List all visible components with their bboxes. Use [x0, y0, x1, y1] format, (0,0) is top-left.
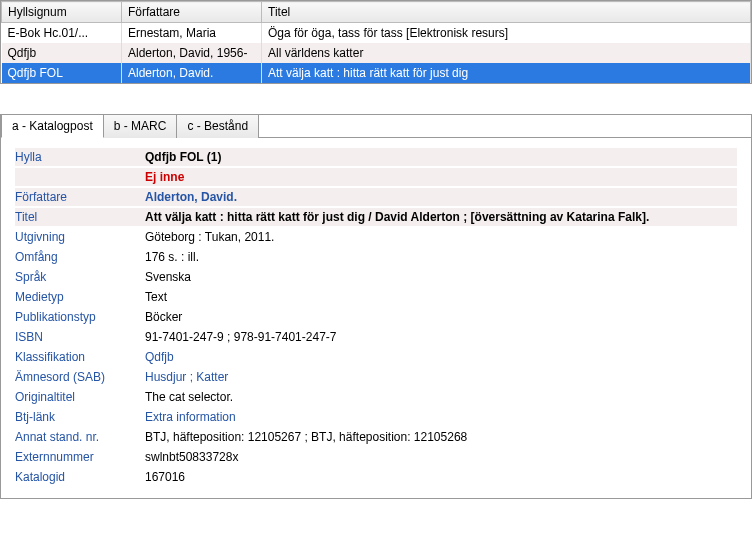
value-externnr: swlnbt50833728x — [145, 448, 737, 466]
value-isbn: 91-7401-247-9 ; 978-91-7401-247-7 — [145, 328, 737, 346]
value-amnesord[interactable]: Husdjur ; Katter — [145, 368, 737, 386]
detail-body: Hylla Qdfjb FOL (1) Ej inne Författare A… — [1, 138, 751, 498]
row-pubtyp: Publikationstyp Böcker — [15, 308, 737, 326]
results-table: Hyllsignum Författare Titel E-Bok Hc.01/… — [1, 1, 751, 83]
cell-title: Öga för öga, tass för tass [Elektronisk … — [262, 23, 751, 44]
value-hylla: Qdfjb FOL (1) — [145, 148, 737, 166]
label-amnesord: Ämnesord (SAB) — [15, 368, 145, 386]
cell-sig: Qdfjb — [2, 43, 122, 63]
label-isbn: ISBN — [15, 328, 145, 346]
label-klass: Klassifikation — [15, 348, 145, 366]
value-utgivning: Göteborg : Tukan, 2011. — [145, 228, 737, 246]
row-isbn: ISBN 91-7401-247-9 ; 978-91-7401-247-7 — [15, 328, 737, 346]
value-status: Ej inne — [145, 168, 737, 186]
row-utgivning: Utgivning Göteborg : Tukan, 2011. — [15, 228, 737, 246]
label-forfattare: Författare — [15, 188, 145, 206]
label-katalogid: Katalogid — [15, 468, 145, 486]
table-row[interactable]: E-Bok Hc.01/...Ernestam, MariaÖga för ög… — [2, 23, 751, 44]
row-klass: Klassifikation Qdfjb — [15, 348, 737, 366]
row-katalogid: Katalogid 167016 — [15, 468, 737, 486]
cell-auth: Alderton, David, 1956- — [122, 43, 262, 63]
table-row[interactable]: Qdfjb FOLAlderton, David.Att välja katt … — [2, 63, 751, 83]
row-forfattare: Författare Alderton, David. — [15, 188, 737, 206]
label-annatstd: Annat stand. nr. — [15, 428, 145, 446]
cell-sig: Qdfjb FOL — [2, 63, 122, 83]
table-row[interactable]: QdfjbAlderton, David, 1956-All världens … — [2, 43, 751, 63]
tab-bar: a - Katalogpostb - MARCc - Bestånd — [1, 114, 751, 138]
value-forfattare[interactable]: Alderton, David. — [145, 188, 737, 206]
row-annatstd: Annat stand. nr. BTJ, häfteposition: 121… — [15, 428, 737, 446]
col-header-titel[interactable]: Titel — [262, 2, 751, 23]
label-empty-status — [15, 168, 145, 172]
label-hylla: Hylla — [15, 148, 145, 166]
row-btjlank: Btj-länk Extra information — [15, 408, 737, 426]
value-sprak: Svenska — [145, 268, 737, 286]
row-hylla-status: Ej inne — [15, 168, 737, 186]
label-titel: Titel — [15, 208, 145, 226]
cell-sig: E-Bok Hc.01/... — [2, 23, 122, 44]
value-medietyp: Text — [145, 288, 737, 306]
label-omfang: Omfång — [15, 248, 145, 266]
cell-title: Att välja katt : hitta rätt katt för jus… — [262, 63, 751, 83]
value-originaltitel: The cat selector. — [145, 388, 737, 406]
label-utgivning: Utgivning — [15, 228, 145, 246]
value-btjlank[interactable]: Extra information — [145, 408, 737, 426]
col-header-hyllsignum[interactable]: Hyllsignum — [2, 2, 122, 23]
label-externnr: Externnummer — [15, 448, 145, 466]
tab[interactable]: c - Bestånd — [176, 114, 259, 138]
detail-panel: a - Katalogpostb - MARCc - Bestånd Hylla… — [0, 114, 752, 499]
row-medietyp: Medietyp Text — [15, 288, 737, 306]
row-titel: Titel Att välja katt : hitta rätt katt f… — [15, 208, 737, 226]
value-katalogid: 167016 — [145, 468, 737, 486]
col-header-forfattare[interactable]: Författare — [122, 2, 262, 23]
value-klass[interactable]: Qdfjb — [145, 348, 737, 366]
label-pubtyp: Publikationstyp — [15, 308, 145, 326]
cell-title: All världens katter — [262, 43, 751, 63]
value-omfang: 176 s. : ill. — [145, 248, 737, 266]
row-originaltitel: Originaltitel The cat selector. — [15, 388, 737, 406]
label-sprak: Språk — [15, 268, 145, 286]
value-pubtyp: Böcker — [145, 308, 737, 326]
label-btjlank: Btj-länk — [15, 408, 145, 426]
cell-auth: Alderton, David. — [122, 63, 262, 83]
value-annatstd: BTJ, häfteposition: 12105267 ; BTJ, häft… — [145, 428, 737, 446]
results-table-container: Hyllsignum Författare Titel E-Bok Hc.01/… — [0, 0, 752, 84]
row-sprak: Språk Svenska — [15, 268, 737, 286]
row-omfang: Omfång 176 s. : ill. — [15, 248, 737, 266]
cell-auth: Ernestam, Maria — [122, 23, 262, 44]
label-medietyp: Medietyp — [15, 288, 145, 306]
value-titel: Att välja katt : hitta rätt katt för jus… — [145, 208, 737, 226]
label-originaltitel: Originaltitel — [15, 388, 145, 406]
row-amnesord: Ämnesord (SAB) Husdjur ; Katter — [15, 368, 737, 386]
row-hylla: Hylla Qdfjb FOL (1) — [15, 148, 737, 166]
tab[interactable]: a - Katalogpost — [1, 114, 104, 138]
tab[interactable]: b - MARC — [103, 114, 178, 138]
row-externnr: Externnummer swlnbt50833728x — [15, 448, 737, 466]
table-header-row: Hyllsignum Författare Titel — [2, 2, 751, 23]
